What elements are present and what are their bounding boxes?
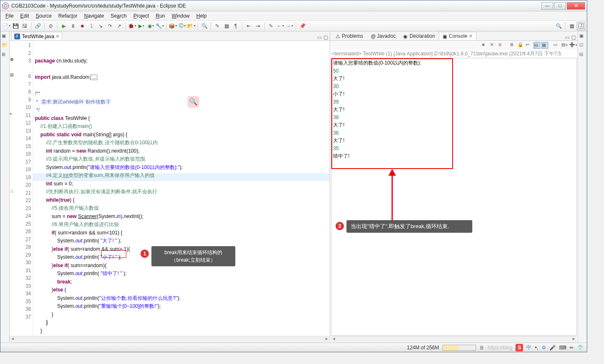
pin-button[interactable]: 📌 — [298, 22, 307, 30]
external-tools-dropdown[interactable]: 🔧 — [156, 22, 164, 30]
toggle-block-button[interactable]: ▦ — [222, 22, 231, 30]
import-marker-icon[interactable]: ⊕ — [10, 57, 15, 62]
new-class-dropdown[interactable]: Ⓒ — [178, 22, 186, 30]
maximize-button[interactable]: □ — [554, 2, 566, 10]
ime-icon[interactable]: S — [515, 344, 523, 351]
run-marker-icon[interactable]: ▹ — [10, 111, 15, 116]
pin-console-button[interactable]: ▦ — [542, 42, 548, 49]
editor-tabs: TestWhile.java ✕ ▭ ▢ — [10, 31, 330, 41]
warning-marker-icon[interactable]: ⚠ — [10, 189, 15, 194]
task-list-icon[interactable]: ☑ — [579, 42, 586, 49]
quick-access-button[interactable]: 🔍 — [555, 22, 563, 30]
menu-run[interactable]: Run — [152, 12, 168, 20]
tray-icon-4[interactable]: 🎤 — [549, 345, 556, 351]
close-button[interactable]: ✕ — [567, 2, 585, 10]
disconnect-button[interactable]: ⤵ — [87, 22, 96, 30]
editor-tab-testwhile[interactable]: TestWhile.java ✕ — [11, 32, 62, 40]
problems-icon: ⚠ — [336, 34, 341, 39]
debug-dropdown[interactable]: 🐞 — [128, 22, 136, 30]
menu-help[interactable]: Help — [193, 12, 210, 20]
clear-console-button[interactable]: 🗎 — [510, 42, 516, 49]
tray-icon-6[interactable]: ✏ — [570, 345, 574, 351]
console-close-icon[interactable]: ✕ — [469, 33, 473, 39]
java-perspective-button[interactable]: 🄹 — [577, 22, 585, 30]
word-wrap-button[interactable]: ↩ — [526, 42, 532, 49]
save-all-button[interactable]: 🖫 — [21, 22, 29, 30]
console-hscroll[interactable] — [331, 336, 577, 343]
back-button[interactable]: ← — [276, 22, 284, 30]
forward-button[interactable]: → — [285, 22, 294, 30]
type-hierarchy-icon[interactable]: ⊞ — [2, 52, 8, 58]
view-minimize-icon[interactable]: ▭ — [565, 34, 570, 40]
callout-2: 当出现"猜中了",即触发了break,循环结束. — [346, 220, 472, 233]
code-editor[interactable]: ⊕ ⊟ ▹ ⚠ 12367891011121314151617181920212… — [10, 41, 330, 336]
scroll-lock-button[interactable]: 🔒 — [518, 42, 524, 49]
minimize-button[interactable]: — — [542, 2, 553, 10]
save-button[interactable]: 💾 — [11, 22, 20, 30]
show-console-button[interactable]: ▤ — [534, 42, 540, 49]
menu-source[interactable]: Source — [32, 12, 55, 20]
tab-javadoc[interactable]: @Javadoc — [367, 32, 400, 40]
terminate-console-button[interactable]: ■ — [482, 42, 489, 49]
view-maximize-icon[interactable]: ▢ — [571, 34, 576, 40]
restore-icon[interactable]: ▣ — [2, 33, 8, 40]
step-over-button[interactable]: ↷ — [106, 22, 114, 30]
maximize-view-icon[interactable]: ▢ — [323, 34, 328, 40]
remove-launch-button[interactable]: ✕ — [490, 42, 497, 49]
toggle-breadcrumb-button[interactable]: 🔗 — [34, 22, 42, 30]
tab-console[interactable]: ▣Console ✕ — [439, 32, 476, 40]
menu-project[interactable]: Project — [130, 12, 152, 20]
resume-button[interactable]: ▶ — [60, 22, 68, 30]
menu-refactor[interactable]: Refactor — [55, 12, 81, 20]
debug-skip-button[interactable]: ⊘ — [47, 22, 55, 30]
memory-bar[interactable] — [443, 345, 476, 351]
new-button[interactable]: 📄 — [2, 22, 10, 30]
console-toolbar: ■ ✕ ⦻ 🗎 🔒 ↩ ▤ ▦ ▭ ▤ ➕ — [330, 41, 578, 50]
package-explorer-icon[interactable]: 📁 — [2, 42, 8, 49]
open-type-button[interactable]: 📂 — [187, 22, 195, 30]
step-return-button[interactable]: ↗ — [115, 22, 123, 30]
tray-icon-5[interactable]: ⌨ — [559, 345, 566, 351]
toggle-mark-button[interactable]: ✎ — [213, 22, 221, 30]
step-into-button[interactable]: ↘ — [96, 22, 105, 30]
run-dropdown[interactable]: ▶ — [137, 22, 146, 30]
coverage-dropdown[interactable]: ◉ — [146, 22, 155, 30]
tray-icon-2[interactable]: •, — [535, 345, 538, 351]
tray-icon-1[interactable]: 中 — [526, 344, 531, 351]
menu-navigate[interactable]: Navigate — [81, 12, 107, 20]
restore-right-icon[interactable]: ▣ — [579, 33, 586, 40]
eclipse-window: CGB2103Code - MystudyRoom/src/cn/tedu/st… — [0, 0, 587, 352]
prev-annotation-button[interactable]: ⇤ — [245, 22, 253, 30]
tab-declaration[interactable]: ◉Declaration — [399, 32, 439, 40]
code-body[interactable]: package cn.tedu.study; import java.util.… — [33, 41, 330, 336]
gc-button[interactable]: 🗑 — [479, 345, 484, 351]
suspend-button[interactable]: ⏸ — [69, 22, 77, 30]
last-edit-button[interactable]: ✎ — [267, 22, 275, 30]
console-icon: ▣ — [443, 34, 448, 39]
tray-icon-3[interactable]: ⚙ — [542, 345, 546, 351]
menu-edit[interactable]: Edit — [17, 12, 32, 20]
perspective-button[interactable]: ▦ — [568, 22, 576, 30]
display-selected-button[interactable]: ▭ — [553, 42, 560, 49]
editor-hscroll[interactable] — [10, 336, 330, 343]
fold-marker-icon[interactable]: ⊟ — [10, 73, 15, 78]
search-button[interactable]: 🔍 — [200, 22, 208, 30]
menu-search[interactable]: Search — [107, 12, 130, 20]
open-console-dropdown[interactable]: ▤ — [561, 42, 568, 49]
menu-window[interactable]: Window — [168, 12, 193, 20]
show-whitespace-button[interactable]: ¶ — [232, 22, 240, 30]
menu-file[interactable]: FFileile — [2, 12, 17, 20]
next-annotation-button[interactable]: ⇥ — [254, 22, 262, 30]
tab-problems[interactable]: ⚠Problems — [332, 32, 367, 40]
outline-icon[interactable]: ⊟ — [579, 52, 586, 58]
tray-icon-7[interactable]: 👕 — [577, 345, 583, 351]
new-java-dropdown[interactable]: 📦 — [169, 22, 177, 30]
minimize-view-icon[interactable]: ▭ — [317, 34, 322, 40]
tab-close-icon[interactable]: ✕ — [56, 34, 59, 39]
terminate-button[interactable]: ■ — [78, 22, 86, 30]
remove-all-button[interactable]: ⦻ — [498, 42, 505, 49]
console-output[interactable]: 请输入您要猜的数值(0-100以内的整数): 50 大了! 30 小了! 39 … — [331, 58, 577, 336]
search-overlay-icon[interactable]: 🔍 — [187, 96, 199, 108]
new-console-dropdown[interactable]: ➕ — [569, 42, 576, 49]
terminated-label: <terminated> TestWhile (1) [Java Applica… — [330, 50, 578, 58]
